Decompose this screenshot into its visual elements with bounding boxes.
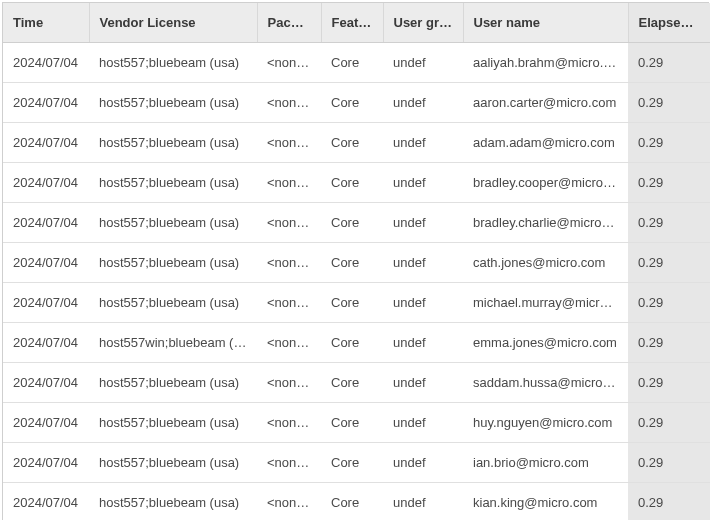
cell-feature: Core [321,43,383,83]
header-row: Time Vendor License Package Feature User… [3,3,710,43]
cell-usergroup: undef [383,363,463,403]
cell-vendor: host557;bluebeam (usa) [89,203,257,243]
cell-time: 2024/07/04 [3,363,89,403]
cell-usergroup: undef [383,443,463,483]
cell-feature: Core [321,283,383,323]
cell-vendor: host557;bluebeam (usa) [89,403,257,443]
table-row[interactable]: 2024/07/04host557;bluebeam (usa)<none>Co… [3,203,710,243]
col-header-feature[interactable]: Feature [321,3,383,43]
cell-username: michael.murray@micro.com [463,283,628,323]
cell-time: 2024/07/04 [3,123,89,163]
cell-vendor: host557;bluebeam (usa) [89,43,257,83]
cell-feature: Core [321,483,383,521]
cell-elapsed: 0.29 [628,403,710,443]
cell-vendor: host557;bluebeam (usa) [89,363,257,403]
cell-usergroup: undef [383,323,463,363]
col-header-elapsed[interactable]: Elapsed time [628,3,710,43]
cell-username: bradley.cooper@micro.com [463,163,628,203]
table-row[interactable]: 2024/07/04host557;bluebeam (usa)<none>Co… [3,123,710,163]
col-header-vendor[interactable]: Vendor License [89,3,257,43]
col-header-package[interactable]: Package [257,3,321,43]
license-usage-table: Time Vendor License Package Feature User… [2,2,709,520]
cell-elapsed: 0.29 [628,283,710,323]
table-row[interactable]: 2024/07/04host557;bluebeam (usa)<none>Co… [3,163,710,203]
data-table: Time Vendor License Package Feature User… [3,3,710,520]
table-row[interactable]: 2024/07/04host557;bluebeam (usa)<none>Co… [3,483,710,521]
table-row[interactable]: 2024/07/04host557;bluebeam (usa)<none>Co… [3,443,710,483]
cell-elapsed: 0.29 [628,243,710,283]
col-header-username[interactable]: User name [463,3,628,43]
cell-package: <none> [257,363,321,403]
cell-usergroup: undef [383,483,463,521]
cell-vendor: host557;bluebeam (usa) [89,83,257,123]
table-row[interactable]: 2024/07/04host557win;bluebeam (usa)<none… [3,323,710,363]
cell-vendor: host557;bluebeam (usa) [89,483,257,521]
cell-elapsed: 0.29 [628,83,710,123]
cell-username: huy.nguyen@micro.com [463,403,628,443]
cell-usergroup: undef [383,403,463,443]
cell-elapsed: 0.29 [628,203,710,243]
cell-usergroup: undef [383,283,463,323]
cell-time: 2024/07/04 [3,83,89,123]
cell-usergroup: undef [383,123,463,163]
cell-elapsed: 0.29 [628,443,710,483]
cell-time: 2024/07/04 [3,43,89,83]
cell-username: kian.king@micro.com [463,483,628,521]
cell-usergroup: undef [383,203,463,243]
cell-time: 2024/07/04 [3,283,89,323]
cell-feature: Core [321,83,383,123]
cell-elapsed: 0.29 [628,483,710,521]
table-row[interactable]: 2024/07/04host557;bluebeam (usa)<none>Co… [3,243,710,283]
cell-usergroup: undef [383,163,463,203]
cell-elapsed: 0.29 [628,363,710,403]
cell-package: <none> [257,243,321,283]
cell-time: 2024/07/04 [3,163,89,203]
cell-usergroup: undef [383,83,463,123]
table-body: 2024/07/04host557;bluebeam (usa)<none>Co… [3,43,710,521]
col-header-time[interactable]: Time [3,3,89,43]
cell-package: <none> [257,403,321,443]
cell-username: bradley.charlie@micro.com [463,203,628,243]
cell-vendor: host557;bluebeam (usa) [89,443,257,483]
cell-time: 2024/07/04 [3,403,89,443]
table-row[interactable]: 2024/07/04host557;bluebeam (usa)<none>Co… [3,283,710,323]
cell-username: cath.jones@micro.com [463,243,628,283]
cell-package: <none> [257,283,321,323]
cell-package: <none> [257,83,321,123]
cell-time: 2024/07/04 [3,443,89,483]
cell-package: <none> [257,483,321,521]
cell-package: <none> [257,43,321,83]
cell-package: <none> [257,163,321,203]
cell-time: 2024/07/04 [3,203,89,243]
cell-feature: Core [321,363,383,403]
cell-elapsed: 0.29 [628,163,710,203]
col-header-usergroup[interactable]: User group [383,3,463,43]
cell-feature: Core [321,443,383,483]
cell-feature: Core [321,123,383,163]
cell-feature: Core [321,163,383,203]
cell-feature: Core [321,203,383,243]
cell-time: 2024/07/04 [3,483,89,521]
cell-usergroup: undef [383,43,463,83]
cell-package: <none> [257,123,321,163]
cell-username: ian.brio@micro.com [463,443,628,483]
cell-vendor: host557;bluebeam (usa) [89,283,257,323]
cell-time: 2024/07/04 [3,323,89,363]
cell-package: <none> [257,443,321,483]
cell-elapsed: 0.29 [628,323,710,363]
cell-usergroup: undef [383,243,463,283]
cell-username: adam.adam@micro.com [463,123,628,163]
cell-username: aaron.carter@micro.com [463,83,628,123]
table-row[interactable]: 2024/07/04host557;bluebeam (usa)<none>Co… [3,83,710,123]
table-row[interactable]: 2024/07/04host557;bluebeam (usa)<none>Co… [3,403,710,443]
table-row[interactable]: 2024/07/04host557;bluebeam (usa)<none>Co… [3,43,710,83]
cell-vendor: host557win;bluebeam (usa) [89,323,257,363]
cell-time: 2024/07/04 [3,243,89,283]
table-row[interactable]: 2024/07/04host557;bluebeam (usa)<none>Co… [3,363,710,403]
cell-feature: Core [321,403,383,443]
cell-feature: Core [321,323,383,363]
cell-package: <none> [257,323,321,363]
cell-username: emma.jones@micro.com [463,323,628,363]
cell-feature: Core [321,243,383,283]
cell-elapsed: 0.29 [628,43,710,83]
